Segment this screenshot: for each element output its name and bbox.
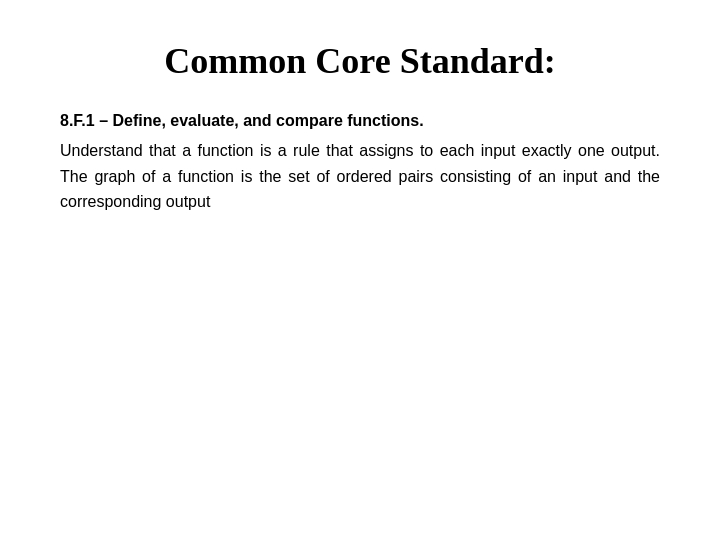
standard-heading: 8.F.1 – Define, evaluate, and compare fu… — [60, 112, 660, 130]
title-section: Common Core Standard: — [60, 40, 660, 82]
page-title: Common Core Standard: — [60, 40, 660, 82]
page-container: Common Core Standard: 8.F.1 – Define, ev… — [0, 0, 720, 540]
content-section: 8.F.1 – Define, evaluate, and compare fu… — [60, 112, 660, 215]
standard-body: Understand that a function is a rule tha… — [60, 138, 660, 215]
